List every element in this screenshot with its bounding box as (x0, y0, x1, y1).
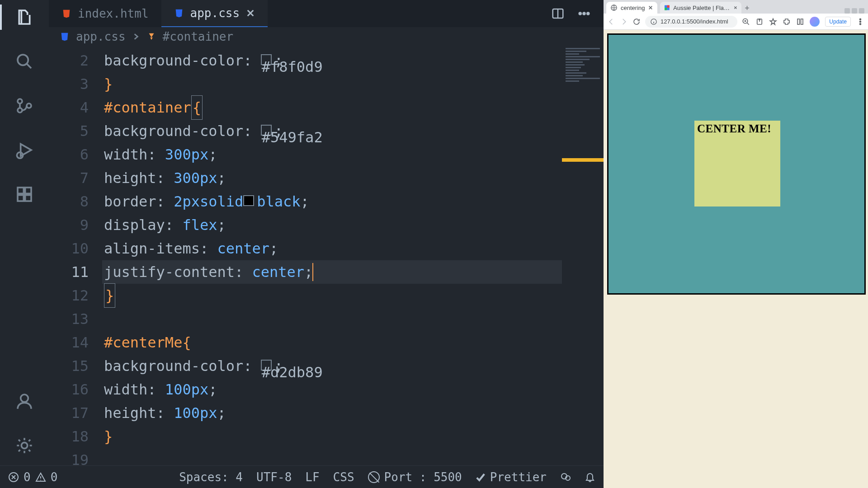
bell-icon[interactable] (585, 472, 595, 483)
window-controls[interactable] (844, 6, 868, 14)
editor-group: index.html app.css app.css #container (49, 0, 604, 465)
address-bar[interactable]: 127.0.0.1:5500/index.html (645, 16, 737, 28)
status-problems[interactable]: 0 0 (8, 470, 57, 484)
tab-label: app.css (190, 6, 240, 20)
breadcrumb-symbol: #container (163, 30, 234, 43)
html-file-icon (61, 9, 71, 19)
css-file-icon (174, 8, 184, 18)
svg-point-11 (21, 442, 27, 448)
chrome-toolbar: 127.0.0.1:5500/index.html Update (604, 14, 868, 30)
svg-point-2 (18, 108, 22, 113)
chrome-tab-strip: centering Aussie Palette | Flat UI Colo … (604, 0, 868, 14)
svg-point-29 (860, 21, 861, 22)
status-eol[interactable]: LF (305, 470, 319, 484)
account-icon[interactable] (15, 392, 33, 412)
page-viewport: CENTER ME! (604, 30, 868, 488)
tab-index-html[interactable]: index.html (49, 0, 161, 27)
url-text: 127.0.0.1:5500/index.html (660, 18, 728, 25)
info-icon (651, 19, 657, 25)
vscode-window: index.html app.css app.css #container (0, 0, 604, 488)
extensions-puzzle-icon[interactable] (783, 18, 791, 26)
browser-tab-title: Aussie Palette | Flat UI Colo (673, 5, 730, 11)
back-icon[interactable] (607, 18, 615, 26)
center-me-div: CENTER ME! (694, 121, 780, 206)
status-prettier[interactable]: Prettier (476, 470, 547, 484)
code-area[interactable]: background-color: #f8f0d9;}#container { … (102, 46, 604, 465)
forward-icon[interactable] (620, 18, 628, 26)
svg-rect-27 (801, 19, 803, 24)
svg-rect-8 (18, 195, 24, 201)
search-icon[interactable] (15, 52, 33, 72)
run-debug-icon[interactable] (15, 141, 33, 161)
svg-point-30 (860, 23, 861, 24)
svg-rect-9 (25, 195, 31, 201)
svg-point-1 (18, 99, 22, 103)
warning-icon (35, 472, 46, 483)
status-spaces[interactable]: Spaces: 4 (179, 470, 243, 484)
broadcast-icon (368, 471, 380, 483)
center-me-heading: CENTER ME! (694, 121, 780, 135)
editor-body[interactable]: 2345678910111213141516171819 background-… (49, 46, 604, 465)
activity-bar (0, 0, 49, 465)
tab-bar: index.html app.css (49, 0, 604, 27)
status-encoding[interactable]: UTF-8 (256, 470, 292, 484)
symbol-id-icon (146, 32, 156, 42)
tab-app-css[interactable]: app.css (161, 0, 268, 27)
close-icon[interactable] (734, 5, 737, 10)
svg-rect-7 (25, 188, 31, 193)
reload-icon[interactable] (632, 18, 641, 26)
status-language[interactable]: CSS (333, 470, 354, 484)
new-tab-button[interactable]: + (741, 3, 752, 14)
check-icon (476, 472, 486, 482)
svg-point-13 (579, 13, 581, 15)
container-div: CENTER ME! (607, 33, 866, 295)
split-editor-icon[interactable] (551, 7, 565, 20)
more-actions-icon[interactable] (577, 7, 591, 20)
browser-tab-title: centering (621, 5, 645, 11)
close-icon[interactable] (246, 9, 255, 18)
star-icon[interactable] (769, 18, 777, 26)
reading-list-icon[interactable] (796, 18, 804, 26)
profile-avatar[interactable] (810, 17, 820, 27)
settings-gear-icon[interactable] (15, 436, 33, 456)
browser-tab-palette[interactable]: Aussie Palette | Flat UI Colo (660, 2, 741, 14)
error-icon (8, 472, 19, 483)
source-control-icon[interactable] (15, 97, 33, 117)
breadcrumb-file: app.css (76, 30, 126, 43)
minimap-thumb[interactable] (562, 158, 604, 162)
line-number-gutter: 2345678910111213141516171819 (49, 46, 102, 465)
zoom-icon[interactable] (742, 18, 750, 26)
globe-icon (611, 5, 617, 11)
status-live-server[interactable]: Port : 5500 (368, 470, 462, 484)
tab-label: index.html (78, 7, 149, 20)
svg-point-15 (587, 13, 589, 15)
svg-point-28 (860, 19, 861, 20)
svg-point-14 (583, 13, 585, 15)
svg-point-0 (18, 55, 28, 65)
css-file-icon (60, 32, 70, 42)
minimap[interactable] (562, 46, 604, 465)
share-icon[interactable] (755, 18, 764, 26)
palette-favicon (665, 5, 670, 11)
update-button[interactable]: Update (825, 17, 851, 27)
chevron-right-icon (132, 33, 140, 41)
browser-tab-centering[interactable]: centering (606, 2, 657, 14)
svg-rect-22 (665, 8, 667, 10)
close-icon[interactable] (648, 5, 653, 10)
chrome-menu-icon[interactable] (856, 18, 864, 26)
svg-point-10 (21, 394, 28, 402)
explorer-icon[interactable] (15, 8, 33, 28)
breadcrumb[interactable]: app.css #container (49, 27, 604, 46)
svg-rect-26 (797, 19, 800, 24)
chrome-window: centering Aussie Palette | Flat UI Colo … (604, 0, 868, 488)
feedback-icon[interactable] (560, 472, 571, 483)
extensions-icon[interactable] (15, 185, 33, 205)
svg-rect-6 (18, 188, 24, 193)
svg-rect-21 (667, 5, 670, 8)
